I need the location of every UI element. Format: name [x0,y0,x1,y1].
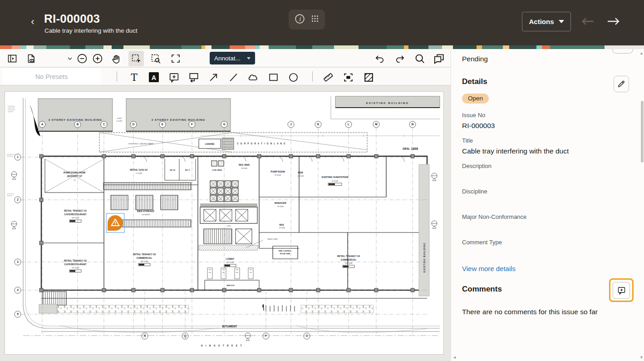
callout-tool-icon[interactable] [188,71,200,83]
strip-segment [21,45,26,49]
marquee-zoom-icon[interactable] [150,53,162,64]
field-value: RI-000003 [462,122,495,130]
partially-scrolled-button[interactable] [612,49,633,54]
viewer-toolbar: Annotat... [0,49,451,67]
pan-hand-icon[interactable] [110,53,122,64]
svg-text:RAMP DOWN FROM: RAMP DOWN FROM [64,171,85,174]
page-preview-icon[interactable] [25,53,37,64]
svg-text:RETAIL GAS/ AC: RETAIL GAS/ AC [130,168,148,171]
next-issue-arrow[interactable] [606,15,621,28]
marquee-select-icon[interactable] [128,51,144,66]
svg-text:C O R P O R A T I O N L A N E: C O R P O R A T I O N L A N E [237,143,285,145]
comments-empty-message: There are no comments for this issue so … [462,308,598,316]
svg-text:PUMP ROOM: PUMP ROOM [270,170,285,173]
decorative-strip [0,45,644,49]
zoom-in-icon[interactable] [92,53,103,64]
svg-text:LOADING: LOADING [205,143,215,145]
svg-text:MAIL: MAIL [279,224,284,226]
strip-segment [387,45,404,49]
svg-text:R: R [144,334,146,337]
svg-text:B: B [77,123,79,126]
strip-segment [536,45,542,49]
redo-icon[interactable] [394,53,406,64]
svg-text:183 SQM: 183 SQM [72,217,79,219]
ellipse-tool-icon[interactable] [287,71,299,83]
strip-segment [477,45,482,49]
svg-text:ROOM 10M2: ROOM 10M2 [280,253,290,255]
app-grid-icon[interactable] [310,14,320,25]
note-tool-icon[interactable] [168,71,180,83]
comments-panel-icon[interactable] [433,53,445,64]
details-heading: Details [462,77,487,86]
edit-pencil-icon [617,79,626,89]
strip-segment [205,45,211,49]
svg-text:MANAGER: MANAGER [275,202,286,204]
ramp-room: RAMP DOWN FROM JEFFCOTT ST 1:8 [45,159,104,193]
svg-text:MSB: MSB [298,171,303,174]
prev-issue-arrow[interactable] [580,15,595,28]
hatch-tool-icon[interactable] [363,71,374,83]
panel-toggle-icon[interactable] [6,53,18,64]
svg-text:32 SQM: 32 SQM [275,174,281,176]
scrollbar-thumb[interactable] [641,101,644,163]
svg-text:FIRE CONTROL: FIRE CONTROL [279,250,292,252]
strip-segment [85,45,103,49]
svg-text:3 STOREY EXISTING BUILDING: 3 STOREY EXISTING BUILDING [49,118,103,121]
undo-icon[interactable] [374,53,386,64]
svg-text:EXISTING BUILDING: EXISTING BUILDING [366,101,409,104]
annotate-mode-dropdown[interactable]: Annotat... [210,52,255,64]
line-tool-icon[interactable] [227,71,239,83]
drawing-page[interactable]: 3 STOREY EXISTING BUILDING 3 STOREY EXIS… [5,91,444,355]
zoom-out-icon[interactable] [76,53,88,64]
strip-segment [359,45,387,49]
field-label: Discipline [462,188,487,195]
strip-segment [503,45,509,49]
margin-notes [7,105,40,196]
edit-details-button[interactable] [614,76,629,92]
preset-selector[interactable]: No Presets [2,68,101,85]
svg-text:4: 4 [17,288,19,292]
svg-text:EXISTING SUBSTATION: EXISTING SUBSTATION [322,176,349,178]
strip-segment [509,45,536,49]
add-comment-icon [617,286,626,295]
existing-buildings-top: 3 STOREY EXISTING BUILDING 3 STOREY EXIS… [38,96,440,131]
svg-text:5: 5 [17,312,19,316]
issue-pin[interactable] [106,213,124,232]
info-icon[interactable]: i [294,13,305,26]
svg-text:38 SQM: 38 SQM [277,206,284,208]
text-highlight-tool-icon[interactable]: A [148,71,160,83]
svg-text:P: P [265,334,267,337]
existing-building-right: EXISTING BUILDING [419,164,429,296]
strip-segment [542,45,550,49]
back-button[interactable]: ‹ [27,15,38,28]
svg-text:i: i [299,15,301,22]
viewer-canvas[interactable]: 3 STOREY EXISTING BUILDING 3 STOREY EXIS… [0,86,451,361]
strip-segment [255,45,260,49]
strip-segment [202,45,205,49]
dropdown-caret-icon[interactable] [64,53,76,64]
document-viewer: Annotat... No Presets T A [0,49,451,361]
svg-text:189 SQM: 189 SQM [226,262,234,263]
cloud-tool-icon[interactable] [247,71,259,83]
sidebar-scrollbar[interactable]: ▲ ▼ [640,49,644,361]
stamp-tool-icon[interactable] [342,71,354,83]
field-label: Major Non-Conformance [462,213,526,220]
strip-segment [334,45,359,49]
svg-text:M: M [375,123,377,126]
actions-button[interactable]: Actions [522,12,571,31]
search-icon[interactable] [414,53,426,64]
svg-text:RETAIL TENANCY 01: RETAIL TENANCY 01 [64,209,87,212]
scroll-left-icon[interactable]: ◄ [452,355,457,360]
measure-tool-icon[interactable] [322,71,334,83]
scroll-up-icon[interactable]: ▲ [639,51,644,55]
svg-text:3: 3 [17,260,19,263]
text-tool-icon[interactable]: T [128,71,140,83]
strip-segment [269,45,296,49]
scroll-down-icon[interactable]: ▼ [639,355,644,360]
add-comment-button[interactable] [613,282,630,299]
rectangle-tool-icon[interactable] [267,71,279,83]
strip-segment [482,45,503,49]
fit-screen-icon[interactable] [170,53,182,64]
view-more-details-link[interactable]: View more details [462,265,516,272]
arrow-tool-icon[interactable] [207,71,219,83]
